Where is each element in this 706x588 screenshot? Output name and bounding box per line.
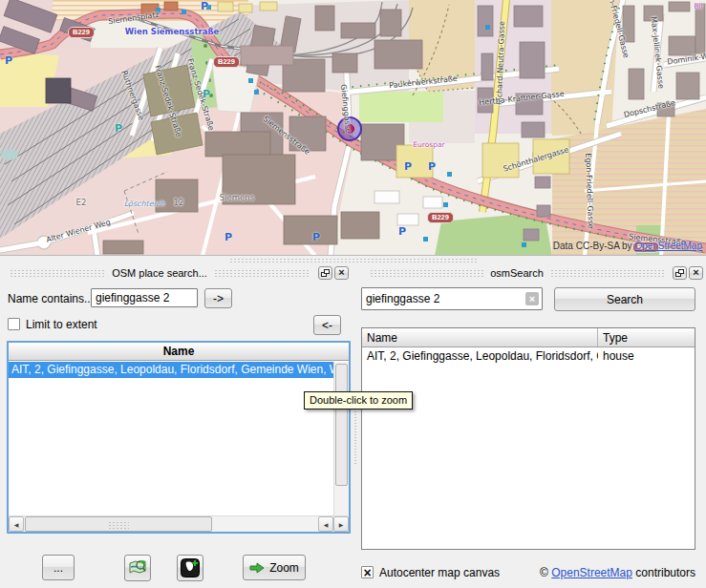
contributors-text: contributors [632, 566, 695, 579]
green-arrow-icon [249, 562, 265, 574]
splitter-grip [353, 408, 358, 465]
placesearch-results[interactable]: AIT, 2, Giefinggasse, Leopoldau, Florids… [9, 362, 333, 515]
results-column-header[interactable]: Name [9, 343, 349, 361]
result-name-cell[interactable]: AIT, 2, Giefinggasse, Leopoldau, Florids… [362, 348, 598, 365]
map-layer-icon [128, 558, 147, 578]
return-button[interactable]: <- [313, 315, 341, 335]
osm-map-graphic [0, 0, 706, 256]
scrollbar-thumb[interactable] [335, 364, 348, 486]
zoom-to-result-button[interactable]: Zoom [243, 555, 306, 580]
autocenter-label: Autocenter map canvas [379, 566, 500, 579]
tooltip: Double-click to zoom [304, 391, 413, 410]
limit-to-extent-label: Limit to extent [26, 318, 97, 331]
close-icon: × [338, 267, 344, 278]
column-header-type[interactable]: Type [598, 328, 695, 346]
dock-splitter-vertical[interactable] [352, 264, 360, 588]
titlebar-texture [550, 269, 664, 277]
run-search-button[interactable]: -> [204, 288, 232, 308]
osmsearch-results-table[interactable]: Name Type AIT, 2, Giefinggasse, Leopolda… [361, 327, 695, 550]
attribution-text: Data CC-By-SA by [553, 241, 635, 251]
attribution-osm-link[interactable]: OpenStreetMap [634, 241, 702, 251]
result-row[interactable]: AIT, 2, Giefinggasse, Leopoldau, Florids… [362, 348, 695, 365]
place-search-input[interactable] [91, 288, 198, 307]
float-icon [675, 269, 684, 277]
copyright-symbol: © [540, 566, 548, 579]
map-canvas[interactable]: SiemensplatzWien SiemensstraßeSiemensstr… [0, 0, 706, 256]
scrollbar-thumb[interactable] [25, 516, 212, 532]
name-contains-label: Name contains... [8, 292, 94, 305]
float-panel-button[interactable] [318, 266, 332, 280]
right-panel-title: osmSearch [490, 267, 544, 279]
osmsearch-results[interactable]: AIT, 2, Giefinggasse, Leopoldau, Florids… [362, 348, 695, 549]
globe-plus-icon [181, 558, 200, 578]
right-panel-titlebar[interactable]: osmSearch × [360, 264, 706, 281]
left-panel-titlebar[interactable]: OSM place search... × [0, 264, 352, 281]
close-icon: × [693, 267, 698, 278]
horizontal-scrollbar[interactable]: ◀ ◀ ▶ [9, 515, 349, 532]
clear-input-icon[interactable]: × [525, 292, 539, 305]
results-header-row[interactable]: Name Type [362, 328, 695, 347]
left-panel-title: OSM place search... [112, 267, 207, 279]
scroll-left-button[interactable]: ◀ [9, 516, 24, 532]
openstreetmap-link[interactable]: OpenStreetMap [551, 566, 632, 579]
close-panel-button[interactable]: × [689, 266, 703, 280]
float-panel-button[interactable] [673, 266, 687, 280]
osmsearch-input[interactable] [361, 287, 543, 310]
add-osm-data-button[interactable] [177, 555, 203, 581]
vertical-scrollbar[interactable] [333, 362, 349, 515]
splitter-grip [229, 258, 478, 263]
result-type-cell[interactable]: house [598, 348, 634, 365]
more-options-button[interactable]: ... [42, 555, 75, 580]
scrollbar-track[interactable] [212, 516, 318, 532]
app-window: SiemensplatzWien SiemensstraßeSiemensstr… [0, 0, 706, 588]
limit-to-extent-checkbox[interactable] [8, 318, 20, 330]
result-row[interactable]: AIT, 2, Giefinggasse, Leopoldau, Florids… [9, 362, 333, 378]
place-results-table[interactable]: Name AIT, 2, Giefinggasse, Leopoldau, Fl… [7, 341, 351, 534]
panel-osmsearch: osmSearch × × Search Name Type AIT, 2, G… [360, 264, 706, 588]
thumb-grip [108, 521, 129, 529]
add-layer-button[interactable] [124, 555, 151, 581]
titlebar-texture [10, 269, 105, 277]
dock-splitter-horizontal[interactable] [0, 256, 706, 264]
scroll-right-button[interactable]: ▶ [333, 516, 349, 532]
close-panel-button[interactable]: × [334, 266, 349, 280]
float-icon [321, 269, 330, 277]
search-button[interactable]: Search [554, 287, 695, 311]
titlebar-texture [214, 269, 310, 277]
titlebar-texture [370, 269, 483, 277]
map-attribution: Data CC-By-SA by OpenStreetMap [553, 241, 702, 251]
autocenter-checkbox[interactable]: × [361, 566, 374, 578]
osm-credit: © OpenStreetMap contributors [540, 566, 695, 579]
column-header-name[interactable]: Name [362, 328, 598, 346]
scroll-left-page-button[interactable]: ◀ [318, 516, 333, 532]
selected-place-marker [338, 117, 361, 140]
panel-osm-place-search: OSM place search... × Name contains... -… [0, 264, 352, 588]
zoom-button-label: Zoom [269, 561, 299, 575]
